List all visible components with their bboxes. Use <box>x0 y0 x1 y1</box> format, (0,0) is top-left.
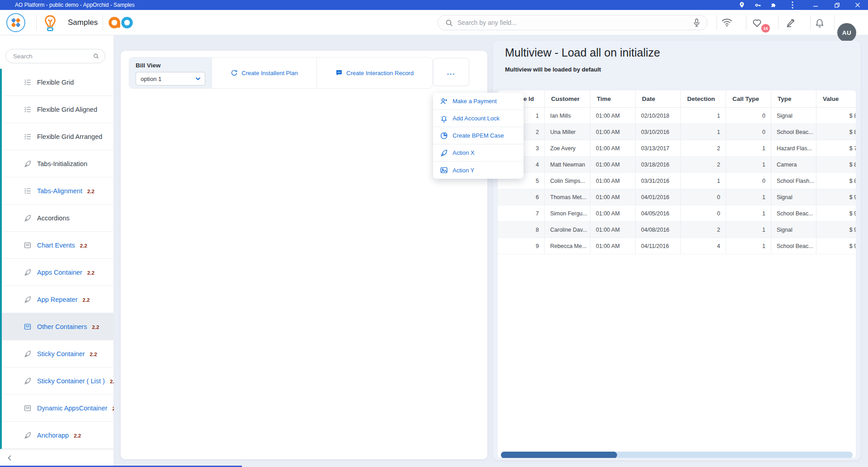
window-minimize-icon[interactable] <box>810 0 821 10</box>
menu-item-make-a-payment[interactable]: Make a Payment <box>433 93 524 110</box>
table-cell: 7 <box>498 205 545 221</box>
table-cell: Hazard Flas... <box>771 140 816 156</box>
card-icon <box>24 241 32 249</box>
table-cell: 01:00 AM <box>590 189 636 205</box>
user-avatar[interactable]: AU <box>837 23 856 42</box>
table-row[interactable]: 6Thomas Met...01:00 AM04/01/201601Signal… <box>498 189 856 205</box>
table-cell: $ 83 <box>816 157 856 172</box>
version-badge: 2.2 <box>113 405 114 411</box>
table-cell: Signal <box>771 189 816 205</box>
signature-pen-icon[interactable] <box>784 10 797 35</box>
table-cell: $ 80 <box>816 108 856 124</box>
table-row[interactable]: 9Rebecca Me...01:00 AM04/11/201641School… <box>498 238 856 254</box>
password-key-icon[interactable] <box>752 0 764 10</box>
create-installent-plan-button[interactable]: Create Installent Plan <box>212 57 316 88</box>
notifications-bell-icon[interactable] <box>813 10 826 35</box>
bill-view-card: Bill View option 1 Create Installent Pla… <box>121 51 487 459</box>
chevron-left-icon <box>6 454 14 462</box>
sidebar-accent-strip <box>0 69 2 449</box>
menu-item-add-account-lock[interactable]: Add Account Lock <box>433 110 524 127</box>
sidebar-item-anchorapp[interactable]: Anchorapp2.2 <box>0 422 114 449</box>
bill-view-field: Bill View option 1 <box>129 57 212 88</box>
sidebar-item-sticky-container-list[interactable]: Sticky Container ( List )2.2 <box>0 367 114 395</box>
sidebar-item-dynamic-appscontainer[interactable]: Dynamic AppsContainer2.2 <box>0 395 114 422</box>
column-header-type[interactable]: Type <box>771 91 816 107</box>
browser-menu-dots-icon[interactable] <box>787 0 798 10</box>
table-row[interactable]: 4Matt Newman01:00 AM03/18/201621Camera$ … <box>498 157 856 173</box>
sidebar-item-apps-container[interactable]: Apps Container2.2 <box>0 259 114 286</box>
table-cell: 01:00 AM <box>590 205 636 221</box>
table-cell: 0 <box>726 124 771 140</box>
sidebar-item-label: Other Containers <box>37 323 87 330</box>
table-row[interactable]: 3Zoe Avery01:00 AM03/13/201721Hazard Fla… <box>498 140 856 157</box>
list-icon <box>24 187 32 195</box>
column-header-time[interactable]: Time <box>590 91 636 107</box>
sidebar-item-flexible-grid[interactable]: Flexible Grid <box>0 69 114 96</box>
menu-item-action-y[interactable]: Action Y <box>433 162 524 179</box>
microphone-icon[interactable] <box>693 18 701 27</box>
column-header-date[interactable]: Date <box>636 91 681 107</box>
sidebar-item-chart-events[interactable]: Chart Events2.2 <box>0 232 114 259</box>
app-header: Samples 15 AU <box>0 10 868 35</box>
wifi-icon[interactable] <box>720 10 734 35</box>
table-cell: School Beac... <box>771 238 816 254</box>
table-cell: 01:00 AM <box>590 124 636 140</box>
table-cell: 0 <box>681 189 726 205</box>
table-row[interactable]: 7Simon Fergu...01:00 AM04/05/201601Schoo… <box>498 205 856 222</box>
sidebar-item-sticky-container[interactable]: Sticky Container2.2 <box>0 340 114 367</box>
refresh-icon <box>231 69 238 76</box>
table-row[interactable]: 8Caroline Dav...01:00 AM04/08/201621Sign… <box>498 222 856 238</box>
table-cell: Caroline Dav... <box>545 222 590 238</box>
window-restore-icon[interactable] <box>831 0 843 10</box>
divider <box>36 15 37 30</box>
sidebar-item-app-repeater[interactable]: App Repeater2.2 <box>0 286 114 313</box>
table-row[interactable]: 5Colin Simps...01:00 AM03/31/201610Schoo… <box>498 173 856 189</box>
horizontal-scrollbar-thumb[interactable] <box>501 452 617 458</box>
table-row[interactable]: 2Una Miller01:00 AM03/10/201610School Be… <box>498 124 856 140</box>
column-header-customer[interactable]: Customer <box>545 91 590 107</box>
table-cell: Thomas Met... <box>545 189 590 205</box>
extensions-puzzle-icon[interactable] <box>768 0 779 10</box>
table-cell: 2 <box>681 222 726 238</box>
table-cell: $ 83 <box>816 124 856 140</box>
window-close-icon[interactable] <box>852 0 863 10</box>
sidebar-collapse-button[interactable] <box>0 449 114 466</box>
sidebar-item-other-containers[interactable]: Other Containers2.2 <box>0 313 114 340</box>
version-badge: 2.2 <box>90 351 97 357</box>
column-header-call-type[interactable]: Call Type <box>726 91 771 107</box>
favorites-heart-icon[interactable] <box>750 10 764 35</box>
sidebar-item-accordions[interactable]: Accordions <box>0 205 114 232</box>
table-cell: 04/05/2016 <box>636 205 681 221</box>
table-cell: Ian Mills <box>545 108 590 124</box>
sidebar-item-label: Accordions <box>37 214 70 222</box>
sidebar-search-input[interactable] <box>13 53 93 60</box>
table-cell: 9 <box>498 238 545 254</box>
sidebar-item-flexible-grid-aligned[interactable]: Flexible Grid Aligned <box>0 96 114 123</box>
menu-item-label: Create BPEM Case <box>453 132 504 139</box>
bill-view-select[interactable]: option 1 <box>136 72 205 86</box>
create-interaction-record-button[interactable]: Create Interaction Record <box>316 57 432 88</box>
location-pin-icon[interactable] <box>736 0 748 10</box>
divider <box>810 15 811 30</box>
platform-logo-button[interactable] <box>6 13 25 32</box>
table-cell: $ 93 <box>816 222 856 238</box>
table-cell: 01:00 AM <box>590 222 636 238</box>
sidebar-item-tabs-alignment[interactable]: Tabs-Alignment2.2 <box>0 177 114 205</box>
menu-item-action-x[interactable]: Action X <box>433 144 524 162</box>
table-cell: School Beac... <box>771 205 816 221</box>
menu-item-label: Action X <box>453 149 474 156</box>
horizontal-scrollbar-track[interactable] <box>501 452 853 458</box>
sidebar-item-label: Chart Events <box>37 242 75 249</box>
column-header-detection[interactable]: Detection <box>681 91 726 107</box>
menu-item-create-bpem-case[interactable]: Create BPEM Case <box>433 127 524 144</box>
pen-icon <box>24 295 32 304</box>
sidebar-item-tabs-initialization[interactable]: Tabs-Initialization <box>0 150 114 177</box>
table-cell: 01:00 AM <box>590 108 636 124</box>
column-header-value[interactable]: Value <box>816 91 856 107</box>
table-cell: Simon Fergu... <box>545 205 590 221</box>
sidebar-item-flexible-grid-arranged[interactable]: Flexible Grid Arranged <box>0 123 114 150</box>
global-search-input[interactable] <box>458 19 693 26</box>
more-actions-button[interactable]: ... <box>433 58 469 86</box>
table-row[interactable]: 1Ian Mills01:00 AM02/10/201810Signal$ 80 <box>498 108 856 124</box>
person-plus-icon <box>440 97 448 105</box>
